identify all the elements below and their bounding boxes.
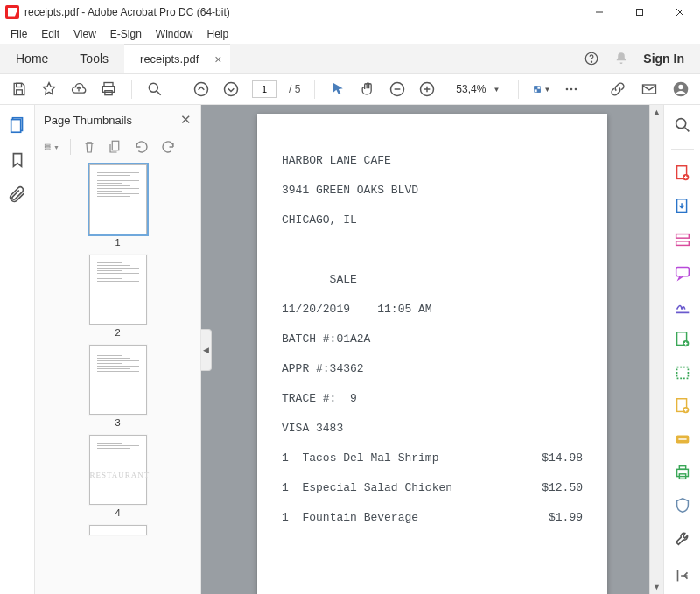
star-icon[interactable] <box>40 80 58 98</box>
extract-page-icon[interactable] <box>108 139 123 155</box>
tab-close-icon[interactable]: × <box>214 53 221 66</box>
nav-bookmarks-icon[interactable] <box>8 150 27 170</box>
thumbnails-options-icon[interactable]: ▼ <box>44 139 60 155</box>
delete-page-icon[interactable] <box>81 139 97 155</box>
more-tools-icon[interactable] <box>563 80 580 98</box>
receipt-item: 1 Tacos Del Mal Shrimp$14.98 <box>282 451 583 465</box>
tab-document-label: receipts.pdf <box>140 52 199 66</box>
receipt-address: 3941 GREEN OAKS BLVD <box>282 183 583 198</box>
acrobat-app-icon <box>5 5 19 19</box>
svg-line-12 <box>158 92 161 95</box>
save-icon[interactable] <box>10 80 28 98</box>
close-button[interactable] <box>660 0 700 24</box>
zoom-out-icon[interactable] <box>388 80 406 98</box>
svg-point-5 <box>592 61 592 62</box>
email-icon[interactable] <box>640 80 658 98</box>
page-thumbnail-5[interactable] <box>89 525 147 535</box>
svg-line-36 <box>684 128 689 132</box>
vertical-scrollbar[interactable]: ▲ ▼ <box>649 105 663 594</box>
tab-tools[interactable]: Tools <box>64 44 124 73</box>
zoom-dropdown[interactable]: 53,4% ▼ <box>448 80 504 98</box>
export-pdf-icon[interactable] <box>673 197 692 216</box>
page-thumbnail-2[interactable]: 2 <box>89 255 147 338</box>
organize-pages-icon[interactable] <box>673 330 692 349</box>
compress-pdf-icon[interactable] <box>673 363 692 382</box>
svg-rect-50 <box>679 466 685 470</box>
account-icon[interactable] <box>672 80 690 98</box>
fill-sign-icon[interactable] <box>673 430 692 449</box>
svg-point-28 <box>678 85 682 89</box>
expand-rail-icon[interactable] <box>673 566 692 585</box>
hand-tool-icon[interactable] <box>359 80 376 98</box>
svg-rect-6 <box>17 83 22 87</box>
page-total-label: / 5 <box>289 83 300 95</box>
receipt-datetime: 11/20/2019 11:05 AM <box>282 302 583 317</box>
menu-esign[interactable]: E-Sign <box>103 26 149 42</box>
thumbnails-close-icon[interactable]: ✕ <box>180 112 192 128</box>
print-icon[interactable] <box>100 80 117 98</box>
protect-tool-icon[interactable] <box>673 496 692 515</box>
thumbnail-label: 4 <box>115 507 120 518</box>
share-link-icon[interactable] <box>609 80 626 98</box>
selection-tool-icon[interactable] <box>329 80 346 98</box>
thumbnail-label: 2 <box>115 327 120 338</box>
page-thumbnail-3[interactable]: 3 <box>89 345 147 428</box>
nav-thumbnails-icon[interactable] <box>8 115 27 135</box>
page-up-icon[interactable] <box>192 80 210 98</box>
window-title: receipts.pdf - Adobe Acrobat Pro DC (64-… <box>24 6 579 18</box>
create-pdf-icon[interactable] <box>673 164 692 183</box>
print-production-icon[interactable] <box>673 463 692 482</box>
svg-rect-26 <box>643 85 656 94</box>
zoom-value: 53,4% <box>452 83 489 95</box>
find-icon[interactable] <box>146 80 164 98</box>
svg-rect-32 <box>45 147 50 148</box>
menu-file[interactable]: File <box>4 26 34 42</box>
svg-rect-41 <box>676 241 689 246</box>
menu-window[interactable]: Window <box>149 26 200 42</box>
nav-attachments-icon[interactable] <box>8 185 27 205</box>
svg-rect-34 <box>112 141 119 150</box>
svg-rect-21 <box>535 87 537 89</box>
svg-rect-7 <box>17 90 23 94</box>
sign-in-button[interactable]: Sign In <box>643 52 684 66</box>
zoom-in-icon[interactable] <box>418 80 436 98</box>
receipt-appr: APPR #:34362 <box>282 361 583 376</box>
panel-collapse-handle[interactable]: ◀ <box>201 329 212 371</box>
minimize-button[interactable] <box>579 0 620 24</box>
rotate-ccw-icon[interactable] <box>134 139 150 155</box>
svg-rect-33 <box>45 149 50 150</box>
search-tool-icon[interactable] <box>673 115 692 135</box>
rotate-cw-icon[interactable] <box>160 139 176 155</box>
thumbnails-title: Page Thumbnails <box>44 114 132 127</box>
svg-point-14 <box>225 83 238 96</box>
receipt-batch: BATCH #:01A2A <box>282 332 583 346</box>
document-page: HARBOR LANE CAFE 3941 GREEN OAKS BLVD CH… <box>257 114 607 594</box>
menu-view[interactable]: View <box>66 26 103 42</box>
edit-pdf-icon[interactable] <box>673 230 692 249</box>
comment-tool-icon[interactable] <box>673 263 692 283</box>
page-thumbnail-1[interactable]: 1 <box>89 164 147 248</box>
scroll-up-icon[interactable]: ▲ <box>650 105 663 119</box>
tab-home[interactable]: Home <box>0 44 64 73</box>
tab-document[interactable]: receipts.pdf × <box>124 44 230 73</box>
menu-edit[interactable]: Edit <box>34 26 66 42</box>
redact-tool-icon[interactable] <box>673 396 692 416</box>
help-icon[interactable] <box>584 51 599 66</box>
menu-help[interactable]: Help <box>200 26 236 42</box>
svg-point-25 <box>575 88 578 91</box>
receipt-city: CHICAGO, IL <box>282 213 583 227</box>
maximize-button[interactable] <box>620 0 660 24</box>
receipt-merchant: HARBOR LANE CAFE <box>282 153 583 168</box>
page-thumbnail-4[interactable]: RESTAURANT 4 <box>89 435 147 518</box>
svg-rect-45 <box>676 367 688 379</box>
notifications-icon[interactable] <box>613 51 629 66</box>
page-number-input[interactable] <box>252 80 276 98</box>
page-down-icon[interactable] <box>222 80 240 98</box>
cloud-upload-icon[interactable] <box>70 80 88 98</box>
page-display-icon[interactable]: ▼ <box>533 80 550 98</box>
scroll-down-icon[interactable]: ▼ <box>650 580 663 594</box>
menu-bar: File Edit View E-Sign Window Help <box>0 24 700 44</box>
receipt-sale-label: SALE <box>282 272 583 287</box>
more-tools-wrench-icon[interactable] <box>673 529 692 549</box>
sign-tool-icon[interactable] <box>673 297 692 316</box>
